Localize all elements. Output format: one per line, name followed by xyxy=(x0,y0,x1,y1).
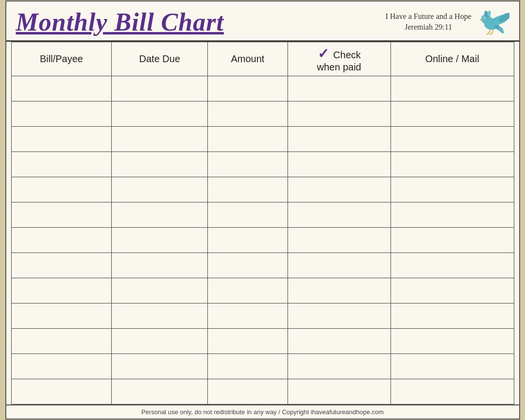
svg-marker-6 xyxy=(479,19,481,20)
table-cell xyxy=(288,127,390,152)
page: Monthly Bill Chart I Have a Future and a… xyxy=(5,0,520,420)
table-cell xyxy=(11,253,112,278)
table-cell xyxy=(390,329,514,354)
table-cell xyxy=(112,202,208,228)
table-cell xyxy=(112,177,208,202)
table-cell xyxy=(208,354,288,379)
table-cell xyxy=(11,127,112,152)
table-cell xyxy=(208,329,288,354)
table-cell xyxy=(288,303,390,329)
table-cell xyxy=(390,101,514,127)
table-cell xyxy=(11,354,112,379)
table-container: Bill/Payee Date Due Amount ✓ Checkwhen p… xyxy=(6,42,519,404)
table-cell xyxy=(390,202,514,228)
table-cell xyxy=(390,177,514,202)
table-row xyxy=(11,152,514,177)
col-bill-payee: Bill/Payee xyxy=(11,42,112,76)
table-cell xyxy=(208,253,288,278)
table-cell xyxy=(390,303,514,329)
bird-icon xyxy=(475,7,509,36)
table-cell xyxy=(112,253,208,278)
table-cell xyxy=(11,101,112,127)
svg-line-11 xyxy=(488,30,490,34)
table-cell xyxy=(112,152,208,177)
table-cell xyxy=(112,228,208,253)
table-header-row: Bill/Payee Date Due Amount ✓ Checkwhen p… xyxy=(11,42,514,76)
tagline-line2: Jeremiah 29:11 xyxy=(405,23,452,32)
table-cell xyxy=(288,228,390,253)
table-cell xyxy=(390,152,514,177)
table-cell xyxy=(208,101,288,127)
header-right: I Have a Future and a Hope Jeremiah 29:1… xyxy=(386,7,509,36)
table-cell xyxy=(11,177,112,202)
table-cell xyxy=(11,152,112,177)
table-cell xyxy=(112,127,208,152)
checkmark-icon: ✓ xyxy=(318,46,329,61)
table-cell xyxy=(112,76,208,101)
svg-point-5 xyxy=(484,17,485,18)
table-cell xyxy=(208,278,288,303)
table-row xyxy=(11,253,514,278)
table-cell xyxy=(112,354,208,379)
table-cell xyxy=(11,76,112,101)
table-cell xyxy=(11,202,112,228)
footer-text: Personal use only, do not redistribute i… xyxy=(141,408,384,416)
table-cell xyxy=(11,379,112,404)
table-row xyxy=(11,177,514,202)
table-cell xyxy=(390,253,514,278)
table-cell xyxy=(112,101,208,127)
table-row xyxy=(11,354,514,379)
table-cell xyxy=(288,253,390,278)
table-cell xyxy=(11,329,112,354)
table-cell xyxy=(208,202,288,228)
table-cell xyxy=(288,76,390,101)
table-cell xyxy=(11,278,112,303)
table-cell xyxy=(208,228,288,253)
table-cell xyxy=(288,329,390,354)
table-row xyxy=(11,228,514,253)
table-cell xyxy=(208,303,288,329)
col-amount: Amount xyxy=(208,42,288,76)
table-row xyxy=(11,127,514,152)
table-cell xyxy=(112,329,208,354)
table-row xyxy=(11,202,514,228)
header-tagline-block: I Have a Future and a Hope Jeremiah 29:1… xyxy=(386,12,472,32)
table-body xyxy=(11,76,514,404)
table-cell xyxy=(11,228,112,253)
table-row xyxy=(11,303,514,329)
table-cell xyxy=(112,303,208,329)
col-online-mail: Online / Mail xyxy=(390,42,514,76)
table-cell xyxy=(112,278,208,303)
table-cell xyxy=(390,278,514,303)
table-cell xyxy=(288,152,390,177)
table-row xyxy=(11,76,514,101)
table-cell xyxy=(288,278,390,303)
table-cell xyxy=(288,177,390,202)
tagline-line1: I Have a Future and a Hope xyxy=(386,12,472,21)
footer: Personal use only, do not redistribute i… xyxy=(6,404,519,419)
header: Monthly Bill Chart I Have a Future and a… xyxy=(6,1,519,42)
table-row xyxy=(11,278,514,303)
col-check-when-paid: ✓ Checkwhen paid xyxy=(288,42,390,76)
table-cell xyxy=(390,228,514,253)
table-cell xyxy=(390,379,514,404)
table-cell xyxy=(208,127,288,152)
col-date-due: Date Due xyxy=(112,42,208,76)
table-cell xyxy=(11,303,112,329)
table-row xyxy=(11,101,514,127)
table-cell xyxy=(112,379,208,404)
table-cell xyxy=(288,202,390,228)
table-cell xyxy=(288,379,390,404)
table-row xyxy=(11,329,514,354)
table-cell xyxy=(390,76,514,101)
table-cell xyxy=(208,177,288,202)
bill-chart-table: Bill/Payee Date Due Amount ✓ Checkwhen p… xyxy=(11,42,514,404)
table-cell xyxy=(208,152,288,177)
table-cell xyxy=(390,127,514,152)
table-cell xyxy=(288,101,390,127)
page-title: Monthly Bill Chart xyxy=(16,8,224,36)
svg-line-12 xyxy=(491,30,493,34)
table-cell xyxy=(208,76,288,101)
table-cell xyxy=(208,379,288,404)
table-cell xyxy=(390,354,514,379)
